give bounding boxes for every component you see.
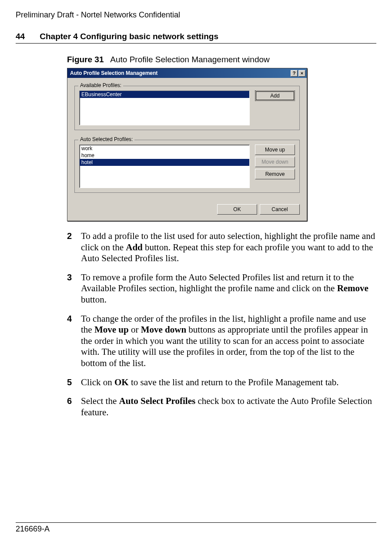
page-number: 44 [16, 32, 37, 41]
move-up-button[interactable]: Move up [255, 145, 295, 155]
list-item[interactable]: hotel [80, 159, 249, 166]
step-bold: Remove [337, 283, 369, 293]
help-icon[interactable]: ? [291, 70, 298, 77]
list-item[interactable]: EBusinessCenter [80, 91, 249, 98]
add-button[interactable]: Add [255, 91, 295, 101]
instruction-steps: 2 To add a profile to the list used for … [67, 231, 376, 418]
available-profiles-listbox[interactable]: EBusinessCenter [79, 91, 250, 125]
remove-button[interactable]: Remove [255, 169, 295, 179]
step-number: 5 [67, 377, 81, 388]
step-5: 5 Click on OK to save the list and retur… [67, 377, 376, 388]
list-item[interactable]: home [80, 152, 249, 159]
ok-button[interactable]: OK [217, 204, 257, 215]
step-number: 6 [67, 396, 81, 418]
step-bold: Move up [94, 324, 129, 335]
auto-selected-profiles-legend: Auto Selected Profiles: [78, 136, 134, 142]
step-body: Click on OK to save the list and return … [81, 377, 376, 388]
chapter-title: Chapter 4 Configuring basic network sett… [40, 32, 218, 41]
step-body: To add a profile to the list used for au… [81, 231, 376, 264]
page-footer: 216669-A [16, 522, 376, 534]
figure-caption-text: Auto Profile Selection Management window [110, 55, 269, 64]
step-text: or [129, 324, 141, 335]
step-3: 3 To remove a profile form the Auto Sele… [67, 272, 376, 306]
auto-selected-profiles-listbox[interactable]: work home hotel [79, 145, 250, 188]
step-2: 2 To add a profile to the list used for … [67, 231, 376, 264]
dialog-footer: OK Cancel [74, 202, 300, 215]
step-4: 4 To change the order of the profiles in… [67, 313, 376, 369]
step-body: Select the Auto Select Profiles check bo… [81, 396, 376, 418]
header-divider [16, 43, 376, 44]
document-id: 216669-A [16, 525, 376, 534]
auto-selected-profiles-group: Auto Selected Profiles: work home hotel … [74, 140, 300, 193]
step-number: 4 [67, 313, 81, 369]
available-profiles-group: Available Profiles: EBusinessCenter Add [74, 86, 300, 130]
step-number: 2 [67, 231, 81, 264]
auto-profile-dialog: Auto Profile Selection Management ? × Av… [67, 68, 307, 221]
step-bold: Add [126, 242, 143, 252]
chapter-header: 44 Chapter 4 Configuring basic network s… [16, 32, 376, 41]
dialog-titlebar: Auto Profile Selection Management ? × [67, 68, 307, 78]
footer-divider [16, 522, 376, 523]
step-bold: OK [114, 377, 129, 387]
step-number: 3 [67, 272, 81, 306]
step-text: to save the list and return to the Profi… [129, 377, 339, 387]
cancel-button[interactable]: Cancel [260, 204, 300, 215]
step-body: To change the order of the profiles in t… [81, 313, 376, 369]
move-down-button[interactable]: Move down [255, 157, 295, 167]
available-profiles-legend: Available Profiles: [78, 82, 123, 88]
step-text: button. [81, 294, 107, 305]
step-bold: Auto Select Profiles [119, 396, 195, 406]
list-item[interactable]: work [80, 145, 249, 152]
step-6: 6 Select the Auto Select Profiles check … [67, 396, 376, 418]
figure-caption: Figure 31 Auto Profile Selection Managem… [67, 55, 376, 64]
figure-label: Figure 31 [67, 55, 104, 64]
confidential-header: Preliminary Draft - Nortel Networks Conf… [16, 10, 376, 20]
close-icon[interactable]: × [298, 70, 305, 77]
step-body: To remove a profile form the Auto Select… [81, 272, 376, 306]
step-text: Select the [81, 396, 119, 406]
step-bold: Move down [141, 324, 186, 335]
dialog-title: Auto Profile Selection Management [70, 70, 290, 76]
step-text: To remove a profile form the Auto Select… [81, 272, 354, 294]
step-text: Click on [81, 377, 114, 387]
